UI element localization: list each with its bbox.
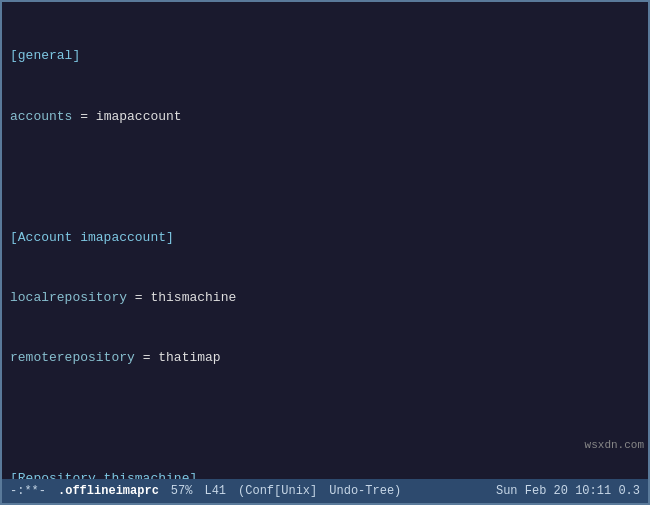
line-remoterepository: remoterepository = thatimap — [10, 348, 640, 368]
status-date: Sun Feb 20 — [496, 484, 568, 498]
line-blank-1 — [10, 167, 640, 187]
line-accounts: accounts = imapaccount — [10, 107, 640, 127]
line-section-account: [Account imapaccount] — [10, 228, 640, 248]
status-mode: -:**- — [10, 484, 46, 498]
status-plugin: Undo-Tree) — [329, 484, 401, 498]
status-line: L41 — [204, 484, 226, 498]
status-datetime: Sun Feb 20 10:11 0.3 — [496, 484, 640, 498]
line-section-thismachine: [Repository thismachine] — [10, 469, 640, 479]
watermark: wsxdn.com — [585, 439, 644, 451]
status-time: 10:11 — [575, 484, 611, 498]
status-extra: 0.3 — [618, 484, 640, 498]
code-block: [general] accounts = imapaccount [Accoun… — [10, 6, 640, 479]
line-section-general: [general] — [10, 46, 640, 66]
editor-content[interactable]: [general] accounts = imapaccount [Accoun… — [2, 2, 648, 479]
editor-window: [general] accounts = imapaccount [Accoun… — [0, 0, 650, 505]
line-blank-2 — [10, 409, 640, 429]
status-bar: -:**- .offlineimaprc 57% L41 (Conf[Unix]… — [2, 479, 648, 503]
line-localrepository: localrepository = thismachine — [10, 288, 640, 308]
status-mode-info: (Conf[Unix] — [238, 484, 317, 498]
status-percent: 57% — [171, 484, 193, 498]
status-filename: .offlineimaprc — [58, 484, 159, 498]
